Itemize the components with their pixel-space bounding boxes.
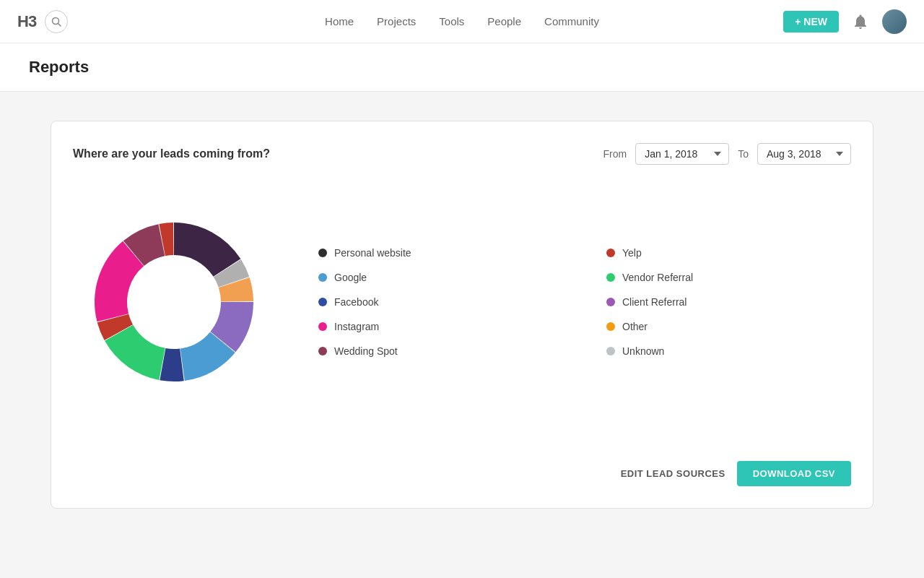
notifications-button[interactable] xyxy=(849,10,872,33)
new-button[interactable]: + NEW xyxy=(783,11,839,33)
legend-item: Personal website xyxy=(318,247,563,259)
page-title: Reports xyxy=(29,58,895,77)
legend-dot xyxy=(606,347,615,355)
legend-item: Yelp xyxy=(606,247,851,259)
legend-label: Other xyxy=(622,321,648,332)
legend-label: Wedding Spot xyxy=(334,345,398,357)
legend-item: Vendor Referral xyxy=(606,272,851,283)
legend-dot xyxy=(318,347,327,355)
legend-item: Facebook xyxy=(318,296,563,308)
to-date-select[interactable]: Aug 3, 2018 xyxy=(757,143,851,165)
to-label: To xyxy=(738,148,749,160)
chart-area: Personal website Yelp Google Vendor Refe… xyxy=(73,186,851,418)
main-content: Where are your leads coming from? From J… xyxy=(0,92,924,538)
legend-dot xyxy=(606,273,615,282)
card-footer: EDIT LEAD SOURCES DOWNLOAD CSV xyxy=(73,447,851,486)
date-filters: From Jan 1, 2018 To Aug 3, 2018 xyxy=(603,143,851,165)
legend-label: Yelp xyxy=(622,247,642,259)
donut-svg xyxy=(73,201,275,403)
logo: H3 xyxy=(17,12,36,31)
legend-label: Vendor Referral xyxy=(622,272,693,283)
leads-card: Where are your leads coming from? From J… xyxy=(51,121,873,509)
legend-dot xyxy=(606,322,615,331)
nav-home[interactable]: Home xyxy=(325,15,354,27)
donut-chart xyxy=(73,201,275,403)
legend-dot xyxy=(318,322,327,331)
navbar: H3 Home Projects Tools People Community … xyxy=(0,0,924,43)
legend-item: Google xyxy=(318,272,563,283)
svg-line-1 xyxy=(58,23,61,26)
legend-dot xyxy=(606,298,615,306)
legend-dot xyxy=(606,249,615,257)
legend-item: Instagram xyxy=(318,321,563,332)
legend-label: Personal website xyxy=(334,247,411,259)
legend-label: Unknown xyxy=(622,345,664,357)
navbar-center: Home Projects Tools People Community xyxy=(325,15,599,27)
from-date-select[interactable]: Jan 1, 2018 xyxy=(635,143,729,165)
download-csv-button[interactable]: DOWNLOAD CSV xyxy=(737,461,851,486)
card-question: Where are your leads coming from? xyxy=(73,147,270,160)
legend-dot xyxy=(318,249,327,257)
nav-tools[interactable]: Tools xyxy=(439,15,464,27)
legend-item: Other xyxy=(606,321,851,332)
nav-community[interactable]: Community xyxy=(544,15,599,27)
legend-label: Facebook xyxy=(334,296,378,308)
navbar-right: + NEW xyxy=(783,9,907,34)
legend-label: Client Referral xyxy=(622,296,687,308)
legend-item: Wedding Spot xyxy=(318,345,563,357)
search-button[interactable] xyxy=(45,10,68,33)
legend-label: Instagram xyxy=(334,321,379,332)
card-header: Where are your leads coming from? From J… xyxy=(73,143,851,165)
legend-item: Unknown xyxy=(606,345,851,357)
nav-people[interactable]: People xyxy=(487,15,521,27)
legend-label: Google xyxy=(334,272,367,283)
legend-dot xyxy=(318,298,327,306)
legend-dot xyxy=(318,273,327,282)
edit-lead-sources-button[interactable]: EDIT LEAD SOURCES xyxy=(621,468,725,479)
navbar-left: H3 xyxy=(17,10,68,33)
nav-projects[interactable]: Projects xyxy=(377,15,416,27)
from-label: From xyxy=(603,148,627,160)
legend: Personal website Yelp Google Vendor Refe… xyxy=(318,247,851,357)
page-header: Reports xyxy=(0,43,924,92)
legend-item: Client Referral xyxy=(606,296,851,308)
avatar[interactable] xyxy=(882,9,907,34)
